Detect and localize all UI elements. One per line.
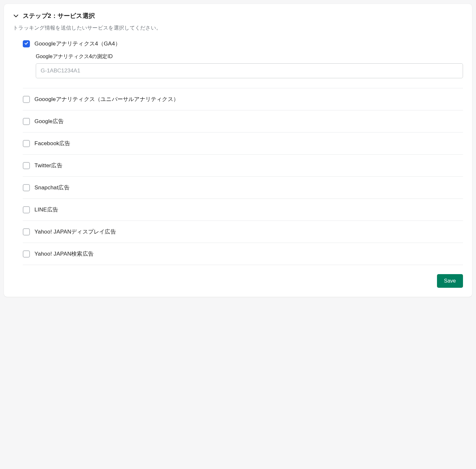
settings-card: ステップ2：サービス選択 トラッキング情報を送信したいサービスを選択してください… [4, 4, 472, 297]
service-check: Google広告 [23, 118, 463, 125]
service-row-facebook-ads: Facebook広告 [23, 133, 463, 155]
service-label: Yahoo! JAPANディスプレイ広告 [34, 228, 116, 235]
checkbox-twitter-ads[interactable] [23, 162, 30, 169]
ga4-measurement-id-field: Googleアナリティクス4の測定ID [36, 53, 463, 78]
service-row-snapchat-ads: Snapchat広告 [23, 177, 463, 199]
service-check: Facebook広告 [23, 140, 463, 147]
service-label: Gooogleアナリティクス4（GA4） [34, 40, 121, 47]
services-list: Gooogleアナリティクス4（GA4） Googleアナリティクス4の測定ID… [23, 39, 463, 265]
service-row-line-ads: LINE広告 [23, 199, 463, 221]
service-check: LINE広告 [23, 206, 463, 213]
chevron-down-icon [13, 13, 19, 19]
service-label: Yahoo! JAPAN検索広告 [34, 250, 94, 258]
service-check: Snapchat広告 [23, 184, 463, 191]
ga4-measurement-id-input[interactable] [36, 63, 463, 78]
step-header[interactable]: ステップ2：サービス選択 [13, 12, 463, 20]
actions-bar: Save [13, 274, 463, 288]
step-title: ステップ2：サービス選択 [23, 12, 95, 20]
service-row-twitter-ads: Twitter広告 [23, 155, 463, 177]
service-label: Gooogleアナリティクス（ユニバーサルアナリティクス） [34, 95, 179, 103]
service-check: Yahoo! JAPANディスプレイ広告 [23, 228, 463, 235]
service-label: Facebook広告 [34, 140, 71, 147]
checkbox-ua[interactable] [23, 96, 30, 103]
service-row-ua: Gooogleアナリティクス（ユニバーサルアナリティクス） [23, 88, 463, 110]
service-label: LINE広告 [34, 206, 58, 213]
save-button[interactable]: Save [437, 274, 463, 288]
checkbox-yahoo-search-ads[interactable] [23, 250, 30, 258]
checkbox-yahoo-display-ads[interactable] [23, 228, 30, 235]
step-description: トラッキング情報を送信したいサービスを選択してください。 [13, 25, 463, 32]
service-row-yahoo-search-ads: Yahoo! JAPAN検索広告 [23, 243, 463, 265]
service-row-google-ads: Google広告 [23, 110, 463, 133]
service-label: Twitter広告 [34, 162, 62, 169]
service-label: Snapchat広告 [34, 184, 70, 191]
service-check: Yahoo! JAPAN検索広告 [23, 250, 463, 258]
service-label: Google広告 [34, 118, 64, 125]
service-check: Twitter広告 [23, 162, 463, 169]
checkbox-facebook-ads[interactable] [23, 140, 30, 147]
service-check: Gooogleアナリティクス4（GA4） [23, 40, 463, 47]
service-row-yahoo-display-ads: Yahoo! JAPANディスプレイ広告 [23, 221, 463, 243]
checkbox-google-ads[interactable] [23, 118, 30, 125]
service-check: Gooogleアナリティクス（ユニバーサルアナリティクス） [23, 95, 463, 103]
checkbox-line-ads[interactable] [23, 206, 30, 213]
checkbox-snapchat-ads[interactable] [23, 184, 30, 191]
check-icon [24, 41, 29, 47]
service-row-ga4: Gooogleアナリティクス4（GA4） Googleアナリティクス4の測定ID [23, 39, 463, 88]
checkbox-ga4[interactable] [23, 40, 30, 47]
ga4-measurement-id-label: Googleアナリティクス4の測定ID [36, 53, 463, 60]
